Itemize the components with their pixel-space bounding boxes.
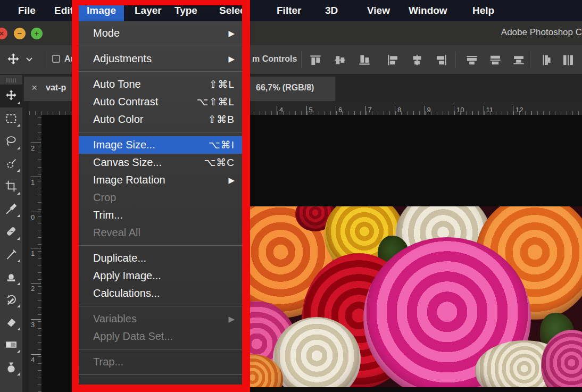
menu-type[interactable]: Type — [169, 0, 203, 21]
move-tool-icon — [6, 53, 20, 66]
menu-item-calculations[interactable]: Calculations... — [79, 285, 242, 302]
brush-tool[interactable] — [0, 243, 22, 266]
ruler-number: 1 — [31, 177, 41, 186]
ruler-number: 9 — [425, 106, 431, 115]
ruler-number: 7 — [365, 106, 372, 115]
menu-item-label: Auto Contrast — [93, 96, 197, 108]
menu-item-canvas-size[interactable]: Canvas Size...⌥⌘C — [79, 154, 242, 171]
menu-item-reveal-all[interactable]: Reveal All — [79, 224, 242, 241]
menu-item-label: Apply Data Set... — [93, 330, 235, 343]
menu-item-auto-contrast[interactable]: Auto Contrast⌥⇧⌘L — [79, 93, 242, 111]
chevron-down-icon[interactable] — [26, 57, 33, 62]
menu-item-adjustments[interactable]: Adjustments▶ — [79, 50, 242, 68]
submenu-arrow-icon: ▶ — [228, 54, 235, 64]
distribute-top-edges-button[interactable] — [464, 52, 480, 68]
zoom-window-button[interactable]: + — [31, 28, 43, 39]
crop-tool[interactable] — [0, 175, 22, 198]
menu-separator — [79, 46, 242, 46]
menu-item-label: Image Rotation — [93, 174, 228, 186]
move-tool[interactable] — [0, 85, 22, 107]
menu-window[interactable]: Window — [403, 0, 453, 21]
menu-item-mode[interactable]: Mode▶ — [79, 24, 242, 42]
menu-item-auto-tone[interactable]: Auto Tone⇧⌘L — [79, 76, 242, 93]
eyedropper-tool[interactable] — [0, 198, 22, 221]
eraser-tool[interactable] — [0, 311, 22, 333]
tools-panel — [0, 75, 22, 392]
move-icon — [5, 89, 18, 102]
menu-separator — [79, 374, 242, 375]
align-top-edges-button[interactable] — [307, 52, 323, 68]
close-window-button[interactable]: × — [0, 28, 7, 39]
lasso-tool[interactable] — [0, 130, 22, 153]
menu-item-crop[interactable]: Crop — [79, 189, 242, 206]
clone-stamp-tool[interactable] — [0, 265, 22, 288]
minimize-window-button[interactable]: − — [14, 28, 26, 39]
ruler-number: 6 — [336, 106, 342, 115]
menu-layer[interactable]: Layer — [129, 0, 167, 21]
menu-3d[interactable]: 3D — [320, 0, 343, 21]
spot-healing-tool[interactable] — [0, 220, 22, 243]
image-dropdown-menu: Mode▶Adjustments▶Auto Tone⇧⌘LAuto Contra… — [79, 21, 242, 387]
gradient-tool[interactable] — [0, 333, 22, 356]
submenu-arrow-icon: ▶ — [228, 176, 235, 185]
close-tab-icon[interactable]: × — [31, 82, 37, 94]
menu-bar: FileEditImageLayerTypeSelectFilter3DView… — [0, 0, 582, 21]
align-bottom-edges-button[interactable] — [356, 52, 372, 68]
distribute-bottom-edges-button[interactable] — [511, 52, 527, 68]
menu-select[interactable]: Select — [214, 0, 254, 21]
menu-help[interactable]: Help — [467, 0, 500, 21]
menu-item-label: Reveal All — [93, 227, 235, 239]
align-vertical-centers-button[interactable] — [332, 52, 348, 68]
ruler-number: 10 — [454, 106, 464, 115]
spot-healing-icon — [5, 225, 18, 238]
rectangular-marquee-tool[interactable] — [0, 107, 22, 130]
menu-item-variables[interactable]: Variables▶ — [79, 310, 242, 328]
menu-item-apply-data-set[interactable]: Apply Data Set... — [79, 328, 242, 345]
menu-item-label: Auto Color — [93, 113, 207, 126]
menu-item-auto-color[interactable]: Auto Color⇧⌘B — [79, 111, 242, 128]
menu-item-trap[interactable]: Trap... — [79, 353, 242, 371]
quick-selection-icon — [5, 157, 18, 170]
auto-select-checkbox[interactable] — [52, 55, 60, 63]
menu-item-label: Image Size... — [93, 139, 209, 151]
transform-controls-label: m Controls — [252, 54, 297, 64]
menu-item-image-size[interactable]: Image Size...⌥⌘I — [79, 136, 242, 154]
align-horizontal-centers-button[interactable] — [409, 52, 425, 68]
history-brush-icon — [5, 293, 18, 306]
menu-item-trim[interactable]: Trim... — [79, 206, 242, 224]
align-right-edges-button[interactable] — [434, 52, 450, 68]
menu-item-duplicate[interactable]: Duplicate... — [79, 249, 242, 267]
menu-edit[interactable]: Edit — [49, 0, 79, 21]
distribute-left-edges-button[interactable] — [537, 52, 553, 68]
ruler-number: 0 — [31, 212, 41, 221]
menu-item-image-rotation[interactable]: Image Rotation▶ — [79, 171, 242, 189]
roses-photo — [242, 206, 582, 387]
distribute-right-edges-button[interactable] — [560, 52, 576, 68]
panel-grip[interactable] — [6, 78, 16, 82]
submenu-arrow-icon: ▶ — [228, 314, 235, 324]
dodge-tool[interactable] — [0, 356, 22, 379]
eraser-icon — [5, 315, 18, 328]
submenu-arrow-icon: ▶ — [228, 29, 235, 38]
menu-image[interactable]: Image — [79, 0, 124, 21]
menu-filter[interactable]: Filter — [271, 0, 306, 21]
menu-file[interactable]: File — [13, 0, 41, 21]
menu-item-shortcut: ⌥⌘I — [209, 139, 235, 151]
distribute-vertical-centers-button[interactable] — [487, 52, 503, 68]
menu-item-label: Crop — [93, 191, 235, 204]
align-left-edges-button[interactable] — [385, 52, 401, 68]
menu-view[interactable]: View — [362, 0, 395, 21]
ruler-number: 2 — [31, 283, 41, 293]
divider — [45, 52, 45, 68]
menu-separator — [79, 245, 242, 246]
ruler-number: 5 — [306, 106, 313, 115]
clone-stamp-icon — [5, 270, 18, 283]
ruler-number: 8 — [395, 106, 401, 115]
quick-selection-tool[interactable] — [0, 153, 22, 176]
gradient-icon — [5, 338, 18, 351]
history-brush-tool[interactable] — [0, 288, 22, 311]
menu-separator — [79, 306, 242, 306]
vertical-ruler: 2101234 — [29, 115, 41, 392]
menu-item-apply-image[interactable]: Apply Image... — [79, 267, 242, 285]
menu-item-shortcut: ⇧⌘L — [209, 78, 235, 90]
